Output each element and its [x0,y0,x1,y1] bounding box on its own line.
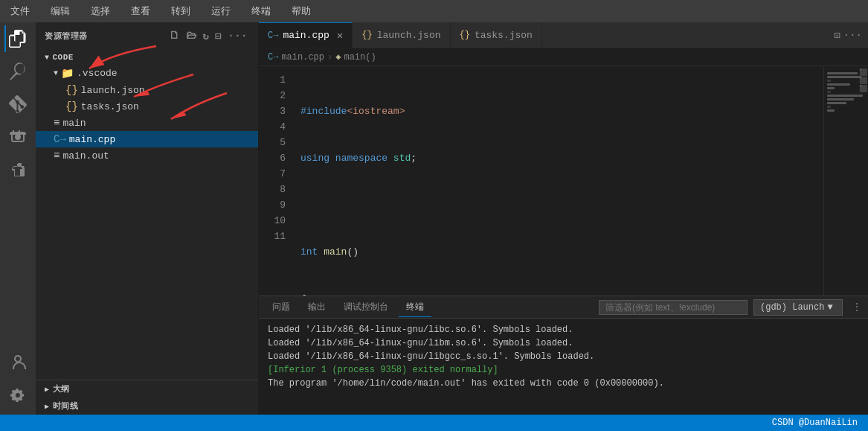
menu-select[interactable]: 选择 [86,3,115,19]
sidebar-item-vscode[interactable]: ▼ 📁 .vscode [36,65,258,82]
tab-tasks-json-label: tasks.json [475,30,533,41]
tab-actions: ⊡ ··· [828,22,868,48]
timeline-label: 时间线 [53,400,79,412]
line-num-5: 5 [259,135,286,150]
output-line-2: Loaded '/lib/x86_64-linux-gnu/libm.so.6'… [268,336,859,350]
split-editor-icon[interactable]: ⊡ [834,29,840,42]
sidebar: 资源管理器 🗋 🗁 ↻ ⊟ ··· ▼ CODE ▼ 📁 .vscode [36,22,259,415]
line-num-2: 2 [259,88,286,103]
line-num-6: 6 [259,150,286,166]
activity-explorer[interactable] [4,25,31,52]
main-cpp-label: main.cpp [69,134,115,145]
mini-line-10 [827,106,831,108]
output-line-3: Loaded '/lib/x86_64-linux-gnu/libgcc_s.s… [268,350,859,363]
panel-select-label: (gdb) Launch [760,302,824,313]
activity-account[interactable] [4,349,31,376]
more-icon[interactable]: ··· [226,28,249,44]
explorer-section: ▼ CODE ▼ 📁 .vscode {} launch.json {} [36,50,258,380]
tab-main-cpp[interactable]: C→ main.cpp ✕ [259,22,353,48]
tab-tasks-json[interactable]: {} tasks.json [451,22,542,48]
breadcrumb: C→ main.cpp › ◈ main() [259,48,868,66]
output-line-4: [Inferior 1 (process 9358) exited normal… [268,363,859,377]
activity-settings[interactable] [4,382,31,409]
panel-tab-issues[interactable]: 问题 [265,298,298,316]
mini-line-4 [827,83,850,86]
exe-icon: ≡ [54,117,60,129]
breadcrumb-function[interactable]: main() [344,52,376,63]
activity-search[interactable] [4,58,31,85]
menu-help[interactable]: 帮助 [287,3,315,19]
outline-section[interactable]: ▶ 大纲 [36,380,258,398]
activity-bar [0,22,36,415]
breadcrumb-sep: › [327,52,332,63]
tab-json-icon-2: {} [460,30,470,40]
panel-tabs: 问题 输出 调试控制台 终端 (gdb) Launch ▼ ⋮ [259,296,868,319]
tab-json-icon-1: {} [361,30,372,40]
tab-bar: C→ main.cpp ✕ {} launch.json {} tasks.js… [259,22,868,48]
code-line-1: #include<iostream> [300,103,823,119]
vscode-folder-label: .vscode [77,68,118,79]
collapse-icon[interactable]: ⊟ [213,28,223,44]
panel-filter: (gdb) Launch ▼ ⋮ [599,299,862,316]
sidebar-bottom: ▶ 大纲 ▶ 时间线 [36,380,258,415]
breadcrumb-file[interactable]: main.cpp [281,52,324,63]
line-num-8: 8 [259,182,286,197]
tab-main-cpp-label: main.cpp [283,30,329,41]
menu-bar: 文件 编辑 选择 查看 转到 运行 终端 帮助 [0,0,868,22]
sidebar-item-tasks-json[interactable]: {} tasks.json [36,98,258,115]
main-out-label: main.out [62,150,109,162]
sidebar-item-main-cpp[interactable]: C→ main.cpp [36,131,258,147]
menu-edit[interactable]: 编辑 [46,3,74,19]
menu-goto[interactable]: 转到 [167,3,195,19]
main-content: 资源管理器 🗋 🗁 ↻ ⊟ ··· ▼ CODE ▼ 📁 .vscode [0,22,868,415]
menu-run[interactable]: 运行 [207,3,235,19]
tab-cpp-icon: C→ [268,31,278,41]
mini-line-3 [827,80,831,82]
tasks-json-label: tasks.json [81,101,139,112]
tab-launch-json[interactable]: {} launch.json [353,22,450,48]
panel-filter-input[interactable] [599,300,748,315]
code-content: #include<iostream> using namespace std; … [295,72,823,290]
mini-line-9 [827,102,846,104]
sidebar-item-main-out[interactable]: ≡ main.out [36,147,258,164]
sidebar-title: 资源管理器 [45,31,88,42]
tab-launch-json-label: launch.json [377,30,441,41]
panel-tab-terminal[interactable]: 终端 [399,298,431,317]
chevron-down-panel: ▼ [827,302,832,313]
timeline-section[interactable]: ▶ 时间线 [36,398,258,415]
panel-tab-output[interactable]: 输出 [300,298,333,316]
sidebar-item-launch-json[interactable]: {} launch.json [36,82,258,98]
line-num-1: 1 [259,72,286,88]
new-file-icon[interactable]: 🗋 [167,28,181,44]
activity-extensions[interactable] [4,156,31,183]
output-line-1: Loaded '/lib/x86_64-linux-gnu/libc.so.6'… [268,323,859,336]
editor-wrapper: 1 2 3 4 5 6 7 8 9 10 11 #include<iostrea… [259,66,868,296]
section-code-label: CODE [53,53,74,62]
menu-view[interactable]: 查看 [126,3,155,19]
status-bar: CSDN @DuanNaiLin [0,415,868,431]
menu-terminal[interactable]: 终端 [247,3,275,19]
code-line-4: int main() [300,244,823,260]
out-file-icon: ≡ [54,150,60,162]
sidebar-item-main-exe[interactable]: ≡ main [36,115,258,131]
code-line-3 [300,197,823,213]
more-tabs-icon[interactable]: ··· [843,29,862,41]
panel-select[interactable]: (gdb) Launch ▼ [753,299,843,316]
status-csdn[interactable]: CSDN @DuanNaiLin [768,418,862,428]
activity-git[interactable] [4,91,31,118]
chevron-right-outline: ▶ [45,385,50,394]
refresh-icon[interactable]: ↻ [201,28,210,44]
line-num-4: 4 [259,119,286,135]
new-folder-icon[interactable]: 🗁 [184,28,199,44]
minimap: ⬛⬛⬛ [823,66,868,296]
menu-file[interactable]: 文件 [6,3,34,19]
line-num-7: 7 [259,166,286,182]
panel-more-icon[interactable]: ⋮ [852,301,862,313]
main-exe-label: main [62,118,86,129]
section-code-title[interactable]: ▼ CODE [36,50,258,65]
code-line-5: { [300,291,823,296]
activity-debug[interactable] [4,124,31,150]
code-editor[interactable]: 1 2 3 4 5 6 7 8 9 10 11 #include<iostrea… [259,66,823,296]
panel-tab-debug[interactable]: 调试控制台 [336,298,396,316]
tab-close-main-cpp[interactable]: ✕ [337,29,343,42]
